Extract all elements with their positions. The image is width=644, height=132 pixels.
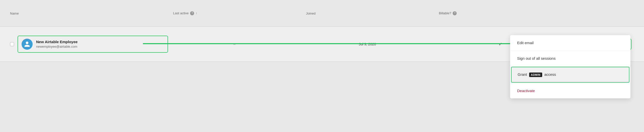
col-joined-header: Joined (306, 11, 439, 15)
joined-value: Jul 9, 2020 (301, 42, 434, 46)
col-last-active-header: Last active ? ↑ (173, 11, 306, 15)
user-text: New Airtable Employee newemployee@airtab… (36, 40, 77, 48)
row-checkbox-cell (10, 42, 18, 46)
last-active-sort-icon[interactable]: ↑ (196, 12, 197, 15)
billable-header-label: Billable? (439, 11, 451, 15)
col-billable-header: Billable? ? (439, 11, 572, 15)
user-info-cell: New Airtable Employee newemployee@airtab… (18, 36, 168, 53)
grant-access-pre-text: Grant (518, 72, 528, 77)
user-name: New Airtable Employee (36, 40, 77, 44)
dropdown-grant-access[interactable]: Grant ADMIN access (511, 67, 629, 83)
billable-checkmark-icon: ✓ (499, 41, 502, 47)
billable-help-icon[interactable]: ? (453, 11, 457, 15)
table-container: Name Last active ? ↑ Joined Billable? ? (0, 0, 644, 132)
col-name-header: Name (10, 11, 173, 15)
dropdown-sign-out[interactable]: Sign out of all sessions (510, 51, 630, 66)
last-active-header-label: Last active (173, 11, 189, 15)
grant-access-post-text: access (543, 72, 556, 77)
row-checkbox[interactable] (10, 42, 14, 46)
last-active-help-icon[interactable]: ? (190, 11, 194, 15)
dropdown-deactivate[interactable]: Deactivate (510, 83, 630, 98)
user-email: newemployee@airtable.com (36, 45, 77, 48)
joined-header-label: Joined (306, 12, 315, 15)
table-header: Name Last active ? ↑ Joined Billable? ? (0, 0, 644, 27)
name-header-label: Name (10, 12, 19, 15)
admin-badge: ADMIN (529, 73, 542, 77)
dropdown-menu: Edit email Sign out of all sessions Gran… (510, 35, 630, 98)
last-active-value: – (168, 42, 301, 46)
dropdown-edit-email[interactable]: Edit email (510, 35, 630, 51)
user-avatar (22, 39, 33, 50)
